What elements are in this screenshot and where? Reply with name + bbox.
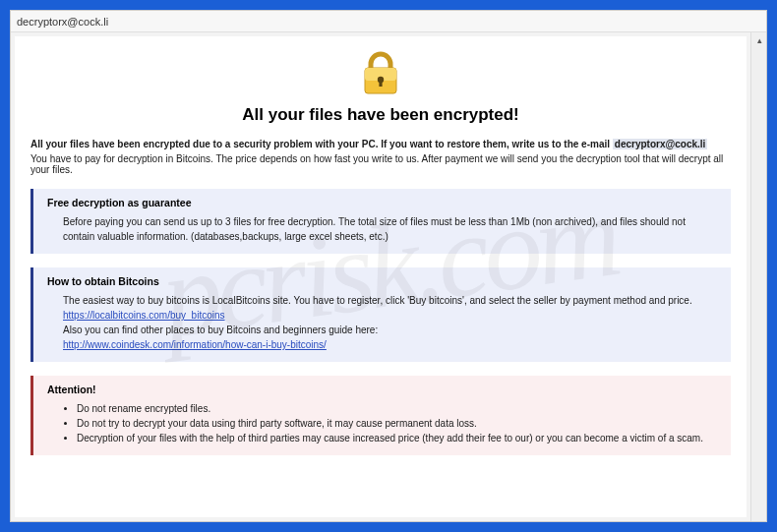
intro-email: decryptorx@cock.li xyxy=(613,139,708,149)
titlebar[interactable]: decryptorx@cock.li xyxy=(11,11,766,32)
section-title: Attention! xyxy=(47,384,719,395)
scroll-up-button[interactable]: ▴ xyxy=(751,32,767,48)
app-window: decryptorx@cock.li ▴ All your files have… xyxy=(10,10,767,522)
content-wrapper: ▴ All your files have been encrypted! Al… xyxy=(11,32,766,521)
window-title: decryptorx@cock.li xyxy=(17,16,108,28)
attention-list: Do not rename encrypted files. Do not tr… xyxy=(77,401,719,445)
list-item: Do not try to decrypt your data using th… xyxy=(77,416,719,431)
scrollbar[interactable]: ▴ xyxy=(750,32,766,521)
list-item: Do not rename encrypted files. xyxy=(77,401,719,416)
intro-line-2: You have to pay for decryption in Bitcoi… xyxy=(30,153,731,175)
page-title: All your files have been encrypted! xyxy=(30,105,731,125)
section-title: How to obtain Bitcoins xyxy=(47,275,719,287)
section-body: Before paying you can send us up to 3 fi… xyxy=(63,214,719,244)
section-how-to-bitcoins: How to obtain Bitcoins The easiest way t… xyxy=(30,267,731,362)
lock-icon xyxy=(30,44,731,97)
document-body: All your files have been encrypted! All … xyxy=(15,36,747,517)
intro-bold: All your files have been encrypted due t… xyxy=(30,139,610,149)
svg-rect-3 xyxy=(379,80,382,87)
bitcoin-link-2[interactable]: http://www.coindesk.com/information/how-… xyxy=(63,339,327,350)
howto-line2: Also you can find other places to buy Bi… xyxy=(63,323,719,337)
section-free-decryption: Free decryption as guarantee Before payi… xyxy=(30,189,731,254)
bitcoin-link-1[interactable]: https://localbitcoins.com/buy_bitcoins xyxy=(63,310,225,321)
list-item: Decryption of your files with the help o… xyxy=(77,431,719,445)
section-title: Free decryption as guarantee xyxy=(47,197,719,208)
howto-line1: The easiest way to buy bitcoins is Local… xyxy=(63,293,719,308)
intro-line-1: All your files have been encrypted due t… xyxy=(30,139,731,149)
section-attention: Attention! Do not rename encrypted files… xyxy=(30,376,731,455)
